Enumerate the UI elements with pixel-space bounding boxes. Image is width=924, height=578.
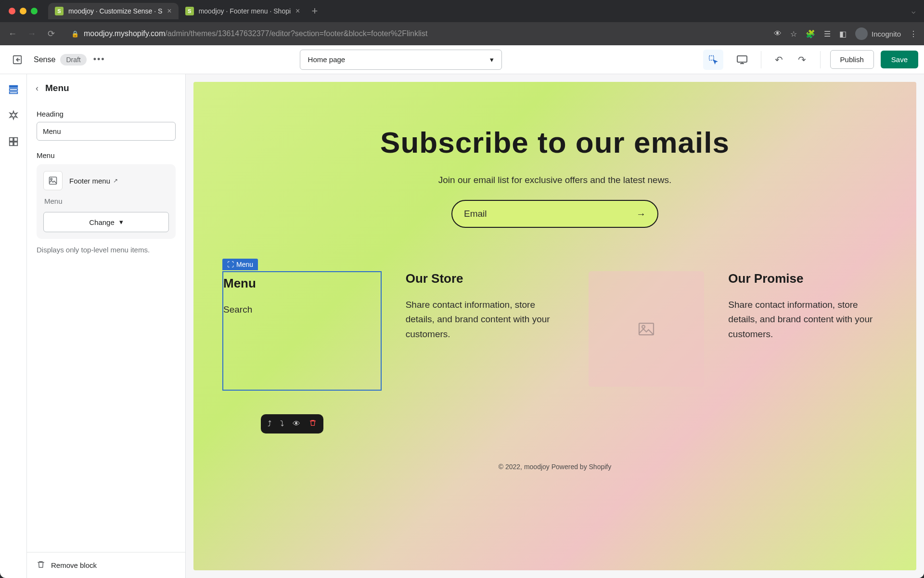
- traffic-lights: [9, 8, 38, 14]
- move-down-icon[interactable]: ⤵: [280, 420, 284, 428]
- browser-url-bar: ← → ⟳ 🔒 moodjoy.myshopify.com/admin/them…: [0, 22, 924, 45]
- svg-rect-5: [9, 92, 17, 94]
- menu-link-text: Footer menu ↗: [69, 177, 118, 185]
- url-text: moodjoy.myshopify.com/admin/themes/13614…: [84, 29, 427, 38]
- back-button[interactable]: ←: [7, 29, 18, 39]
- window-maximize[interactable]: [31, 8, 38, 14]
- remove-block-button[interactable]: Remove block: [27, 552, 185, 578]
- url-field[interactable]: 🔒 moodjoy.myshopify.com/admin/themes/136…: [64, 29, 766, 38]
- external-link-icon: ↗: [113, 177, 118, 184]
- tab-close-icon[interactable]: ×: [167, 7, 171, 15]
- save-button[interactable]: Save: [881, 51, 918, 68]
- separator: [820, 51, 821, 68]
- browser-title-bar: S moodjoy · Customize Sense · S × S mood…: [0, 0, 924, 22]
- browser-tab-2[interactable]: S moodjoy · Footer menu · Shopi ×: [179, 3, 307, 19]
- menu-picker-card: Footer menu ↗ Menu Change ▾: [37, 164, 176, 239]
- subscribe-section: Subscribe to our emails Join our email l…: [222, 125, 887, 228]
- sections-nav-icon[interactable]: [7, 83, 20, 96]
- extensions-icon[interactable]: 🧩: [806, 29, 815, 39]
- delete-icon[interactable]: [309, 419, 317, 429]
- browser-tab-1[interactable]: S moodjoy · Customize Sense · S ×: [48, 3, 179, 19]
- footer-columns: ⛶ Menu Menu Search Our Store Share conta…: [222, 271, 887, 391]
- side-panel-icon[interactable]: ◧: [839, 29, 847, 39]
- store-col-text: Share contact information, store details…: [406, 298, 565, 342]
- publish-button[interactable]: Publish: [830, 50, 874, 69]
- more-actions-button[interactable]: •••: [93, 54, 105, 65]
- tab-close-icon[interactable]: ×: [295, 7, 300, 15]
- app-embeds-nav-icon[interactable]: [7, 135, 20, 148]
- tabs-dropdown-icon[interactable]: ⌵: [911, 7, 915, 15]
- help-text: Displays only top-level menu items.: [37, 246, 176, 254]
- block-tag-icon: ⛶: [227, 261, 234, 268]
- menu-sub-label: Menu: [44, 197, 169, 205]
- promise-col-text: Share contact information, store details…: [728, 298, 887, 342]
- submit-arrow-icon[interactable]: →: [636, 209, 646, 220]
- draft-badge: Draft: [60, 54, 86, 66]
- bookmark-icon[interactable]: ☆: [790, 29, 797, 39]
- preview-frame: Subscribe to our emails Join our email l…: [186, 74, 924, 578]
- footer-col-menu: ⛶ Menu Menu Search: [222, 271, 382, 391]
- menu-link-search[interactable]: Search: [223, 302, 381, 317]
- redo-button[interactable]: ↷: [794, 52, 810, 68]
- shopify-favicon-icon: S: [55, 7, 64, 15]
- lock-icon: 🔒: [71, 30, 79, 38]
- desktop-viewport-button[interactable]: [733, 51, 751, 69]
- window-minimize[interactable]: [20, 8, 26, 14]
- subscribe-subtitle: Join our email list for exclusive offers…: [222, 175, 887, 185]
- sidebar-header: ‹ Menu: [27, 74, 185, 102]
- chevron-down-icon: ▾: [119, 218, 123, 226]
- menu-link[interactable]: Footer menu ↗: [43, 171, 169, 190]
- sidebar-content: Heading Menu Footer menu ↗: [27, 102, 185, 552]
- page-selector-label: Home page: [308, 55, 346, 64]
- copyright-text: © 2022, moodjoy Powered by Shopify: [222, 463, 887, 471]
- heading-input[interactable]: [37, 122, 176, 141]
- theme-canvas[interactable]: Subscribe to our emails Join our email l…: [193, 82, 916, 570]
- eye-off-icon[interactable]: 👁: [774, 29, 782, 38]
- inspector-toggle-button[interactable]: [703, 50, 723, 70]
- tab-title: moodjoy · Footer menu · Shopi: [199, 7, 291, 15]
- heading-field-label: Heading: [37, 110, 176, 118]
- shopify-editor: Sense Draft ••• Home page ▾ ↶ ↷ Publish …: [0, 45, 924, 578]
- exit-editor-button[interactable]: [6, 48, 29, 71]
- promise-col-title: Our Promise: [728, 271, 887, 286]
- settings-sidebar: ‹ Menu Heading Menu Footer menu: [27, 74, 186, 578]
- header-actions: ↶ ↷ Publish Save: [733, 50, 918, 69]
- svg-rect-8: [9, 142, 13, 145]
- incognito-indicator[interactable]: Incognito: [855, 27, 901, 40]
- subscribe-title: Subscribe to our emails: [222, 125, 887, 159]
- hide-icon[interactable]: 👁: [293, 420, 300, 428]
- svg-point-11: [51, 178, 52, 180]
- chrome-toolbar-icons: 👁 ☆ 🧩 ☰ ◧ Incognito ⋮: [774, 27, 917, 40]
- svg-rect-7: [13, 138, 17, 141]
- sidebar-back-button[interactable]: ‹: [36, 83, 38, 93]
- email-input[interactable]: Email →: [451, 200, 658, 228]
- browser-tabs: S moodjoy · Customize Sense · S × S mood…: [48, 3, 907, 19]
- new-tab-button[interactable]: +: [307, 5, 322, 17]
- forward-button[interactable]: →: [26, 29, 38, 39]
- chevron-down-icon: ▾: [490, 55, 494, 64]
- change-menu-button[interactable]: Change ▾: [43, 212, 169, 232]
- trash-icon: [37, 560, 45, 570]
- window-close[interactable]: [9, 8, 15, 14]
- svg-rect-3: [9, 86, 17, 88]
- page-selector[interactable]: Home page ▾: [300, 50, 502, 70]
- block-toolbar: ⤴ ⤵ 👁: [261, 414, 323, 434]
- reload-button[interactable]: ⟳: [45, 28, 57, 39]
- remove-block-label: Remove block: [51, 561, 97, 569]
- move-up-icon[interactable]: ⤴: [268, 420, 271, 428]
- svg-rect-6: [9, 138, 13, 141]
- image-placeholder[interactable]: [589, 271, 704, 387]
- editor-body: ‹ Menu Heading Menu Footer menu: [0, 74, 924, 578]
- menu-field-label: Menu: [37, 151, 176, 159]
- selected-menu-block[interactable]: ⛶ Menu Menu Search: [222, 271, 382, 391]
- menu-col-title: Menu: [223, 276, 381, 291]
- undo-button[interactable]: ↶: [771, 52, 787, 68]
- chrome-menu-icon[interactable]: ⋮: [910, 29, 917, 39]
- email-placeholder: Email: [464, 209, 487, 219]
- theme-settings-nav-icon[interactable]: [7, 109, 20, 122]
- theme-name: Sense: [34, 55, 55, 64]
- left-rail: [0, 74, 27, 578]
- footer-col-store: Our Store Share contact information, sto…: [406, 271, 565, 342]
- reading-list-icon[interactable]: ☰: [824, 29, 831, 39]
- footer-col-image: [589, 271, 704, 387]
